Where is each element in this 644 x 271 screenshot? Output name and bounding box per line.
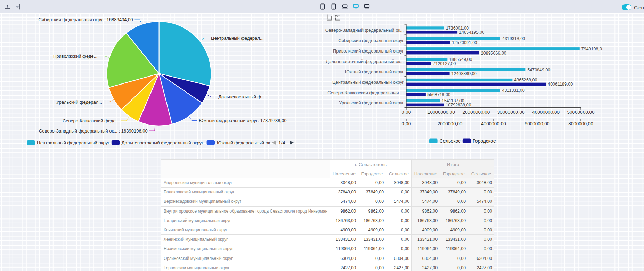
svg-text:Северо-Западный федеральный ок: Северо-Западный федеральный ок... : 1639… (39, 128, 148, 134)
svg-text:30000000,00: 30000000,00 (497, 110, 525, 115)
svg-text:Северо-Кавказский феде...: Северо-Кавказский феде... (63, 118, 120, 123)
svg-text:Сельское: Сельское (439, 138, 461, 144)
svg-text:1/4: 1/4 (278, 140, 285, 145)
svg-text:4000000,00: 4000000,00 (481, 121, 506, 126)
svg-text:5568718,00: 5568718,00 (427, 92, 450, 97)
svg-text:14654195,00: 14654195,00 (459, 30, 484, 35)
svg-text:40061189,00: 40061189,00 (548, 82, 573, 87)
svg-text:0,00: 0,00 (402, 110, 411, 115)
svg-text:Южный федеральный округ: Южный федеральный округ (345, 69, 404, 74)
svg-text:Приволжский феде...: Приволжский феде... (53, 54, 97, 59)
svg-text:Южный федеральный ок: Южный федеральный ок (217, 140, 270, 145)
svg-text:7120127,00: 7120127,00 (433, 61, 456, 66)
svg-text:4311331,00: 4311331,00 (502, 88, 525, 93)
svg-text:Уральский федеральный округ: Уральский федеральный округ (339, 100, 404, 105)
svg-text:Дальневосточный федеральный ок: Дальневосточный федеральный ок... (326, 59, 404, 64)
svg-text:12408889,00: 12408889,00 (451, 71, 477, 76)
svg-text:Северо-Западный федеральный ок: Северо-Западный федеральный ок... (325, 27, 404, 33)
svg-text:12570091,00: 12570091,00 (452, 40, 477, 45)
svg-text:Южный федеральный округ: 17879: Южный федеральный округ: 17879738,00 (199, 118, 286, 123)
svg-text:Северо-Кавказский федеральный: Северо-Кавказский федеральный ... (327, 90, 404, 95)
svg-text:10000000,00: 10000000,00 (427, 110, 455, 115)
svg-text:Дальневосточный федеральный ок: Дальневосточный федеральный округ (122, 140, 204, 145)
svg-text:Центральный федеральный округ: Центральный федеральный округ (37, 140, 109, 145)
svg-text:Дальневосточный ф...: Дальневосточный ф... (218, 94, 265, 99)
svg-text:Уральский федерал...: Уральский федерал... (56, 99, 102, 105)
svg-text:50000000,00: 50000000,00 (567, 110, 595, 115)
svg-text:Городское: Городское (473, 138, 496, 144)
svg-text:20000000,00: 20000000,00 (462, 110, 490, 115)
svg-text:Центральный федерал...: Центральный федерал... (211, 35, 264, 41)
svg-text:Приволжский федеральный округ: Приволжский федеральный округ (333, 48, 404, 54)
svg-text:20895066,00: 20895066,00 (481, 51, 506, 56)
svg-text:10792638,00: 10792638,00 (446, 103, 471, 107)
svg-text:5470849,00: 5470849,00 (527, 67, 550, 72)
svg-text:Сибирский федеральный округ: 1: Сибирский федеральный округ: 16889404,00 (39, 17, 133, 22)
svg-text:7949198,0: 7949198,0 (581, 47, 602, 51)
svg-text:0,00: 0,00 (402, 121, 411, 126)
svg-text:6000000,00: 6000000,00 (525, 121, 549, 126)
svg-text:4319313,00: 4319313,00 (502, 36, 525, 41)
svg-text:4865268,00: 4865268,00 (514, 78, 537, 82)
svg-text:8000000,00: 8000000,00 (568, 121, 593, 126)
svg-text:40000000,00: 40000000,00 (532, 110, 560, 115)
svg-text:Сибирский федеральный округ: Сибирский федеральный округ (338, 38, 404, 43)
svg-text:2000000,00: 2000000,00 (438, 121, 462, 126)
svg-text:Центральный федеральный округ: Центральный федеральный округ (332, 80, 404, 85)
